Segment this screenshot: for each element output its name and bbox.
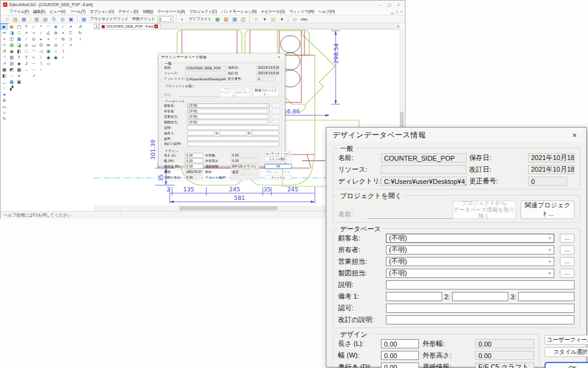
rhombus-tool[interactable]: ◇: [45, 61, 52, 67]
length-field[interactable]: 0.00: [381, 339, 419, 348]
user-fields-button[interactable]: ユーザーフィールド: [265, 151, 292, 156]
menu-item-12[interactable]: ウィンドウ(W): [289, 9, 314, 15]
dialog-titlebar[interactable]: デザインデータベース情報 ×: [158, 53, 284, 60]
scale-tool[interactable]: ∕: [59, 55, 67, 61]
project-name-field[interactable]: [368, 210, 453, 219]
leader-tool[interactable]: ↗: [67, 42, 74, 48]
horizontal-scroll-thumb[interactable]: [179, 206, 277, 210]
point2-tool[interactable]: ▫: [37, 67, 45, 73]
grid2-tool[interactable]: ▦: [15, 36, 23, 42]
owner-combo[interactable]: (不明)˅: [187, 109, 270, 113]
bridge-tool[interactable]: ▣: [45, 48, 52, 55]
note1-field[interactable]: [386, 292, 442, 301]
width-field[interactable]: 0.00: [381, 351, 419, 360]
minimize-button[interactable]: –: [376, 2, 384, 8]
close-icon[interactable]: ×: [276, 55, 282, 59]
label-tool[interactable]: T: [23, 24, 30, 30]
save-icon[interactable]: ▦: [20, 16, 28, 23]
null-tool[interactable]: ∅: [37, 42, 45, 48]
grid-icon[interactable]: ▦: [80, 16, 88, 23]
arc-tool[interactable]: ◠: [1, 55, 8, 61]
pattern-tool[interactable]: ▩: [15, 67, 23, 73]
wave-tool[interactable]: ≈: [1, 110, 8, 116]
nick-tool[interactable]: ◉: [45, 55, 52, 61]
refresh-icon[interactable]: ↻: [50, 16, 58, 23]
delete-tool[interactable]: ×: [1, 36, 8, 42]
target-tool[interactable]: ◉: [8, 48, 15, 55]
zoom-icon[interactable]: ◎: [59, 16, 66, 23]
mirror-line-tool[interactable]: ∖: [59, 48, 67, 55]
cancel-button[interactable]: キャンセル: [265, 175, 292, 180]
print-icon[interactable]: ▤: [42, 16, 49, 23]
menu-item-9[interactable]: プロジェクト(C): [189, 9, 217, 15]
resource-field[interactable]: [381, 165, 467, 174]
mdi-close-button[interactable]: ×: [401, 9, 402, 15]
cross-tool[interactable]: ×: [59, 30, 67, 36]
mesh-tool[interactable]: ▩: [8, 79, 15, 85]
zoom-out-tool[interactable]: ⊖: [52, 30, 59, 36]
measure-tool[interactable]: ∕: [59, 24, 67, 30]
revision-desc-field[interactable]: [386, 315, 575, 324]
diagonal-tool[interactable]: ▞: [8, 85, 15, 91]
angle2-tool[interactable]: ∠: [45, 30, 52, 36]
divide-tool[interactable]: ∕: [59, 42, 67, 48]
customer-browse-button[interactable]: ...: [272, 104, 279, 108]
preflight-icon[interactable]: ◐: [179, 16, 186, 23]
plot-icon[interactable]: ▥: [33, 16, 40, 23]
menu-item-5[interactable]: オプション(O): [90, 9, 114, 15]
node-tool[interactable]: ▫: [8, 73, 15, 79]
zoom-center-tool[interactable]: ⊙: [52, 42, 59, 48]
snap-tool[interactable]: *: [37, 24, 45, 30]
approval-field[interactable]: [187, 136, 279, 140]
mdi-minimize-button[interactable]: ▁: [391, 9, 393, 15]
undo-icon[interactable]: ↺: [77, 24, 84, 30]
round-rect-tool[interactable]: ▢: [15, 24, 23, 30]
note2-field[interactable]: [452, 292, 508, 301]
panel2-tool[interactable]: ▭: [30, 42, 37, 48]
line-tool[interactable]: ↗: [1, 61, 8, 67]
dimension-tool[interactable]: ↗: [67, 24, 74, 30]
designer-browse-button[interactable]: ...: [560, 269, 575, 278]
fillet-tool[interactable]: ◠: [45, 24, 52, 30]
description-field[interactable]: [187, 126, 279, 130]
style-select-button[interactable]: スタイル選択...: [265, 157, 292, 162]
mirror-tool[interactable]: ◧: [15, 48, 23, 55]
close-icon[interactable]: ×: [569, 131, 580, 140]
corner-tool[interactable]: ◩: [8, 67, 15, 73]
hatch-tool[interactable]: ▨: [8, 61, 15, 67]
menu-item-6[interactable]: デザイン(D): [118, 9, 138, 15]
copy-icon[interactable]: ◫: [239, 16, 247, 23]
exclude-tool[interactable]: ⊘: [1, 98, 8, 104]
related-project-button[interactable]: 関連プロジェクト...: [521, 201, 575, 219]
customer-combo[interactable]: (不明)˅: [386, 234, 554, 243]
text-tool[interactable]: T: [15, 55, 23, 61]
owner-browse-button[interactable]: ...: [560, 245, 575, 255]
menu-item-11[interactable]: ナビゲータ(G): [261, 9, 285, 15]
depth-field[interactable]: 0.00: [381, 362, 419, 368]
extend2-tool[interactable]: ∖: [37, 61, 45, 67]
offset-tool[interactable]: ≫: [45, 42, 52, 48]
width-field[interactable]: 0.00: [185, 159, 203, 163]
hook2-tool[interactable]: ⊃: [67, 36, 74, 42]
edit-tool[interactable]: ✎: [1, 116, 8, 122]
approval-field[interactable]: [386, 304, 575, 313]
rectangle-tool[interactable]: □: [15, 30, 23, 36]
perf-tool[interactable]: ≈: [30, 55, 37, 61]
note3-field[interactable]: [518, 292, 575, 301]
name-field[interactable]: COUNTER_SIDE_POP: [185, 66, 227, 70]
vector-tool[interactable]: ↗: [30, 73, 37, 79]
page-number-box[interactable]: 1: [94, 24, 99, 29]
menu-item-3[interactable]: ビュー(V): [50, 9, 66, 15]
remove-tool[interactable]: ×: [45, 36, 52, 42]
mdi-restore-button[interactable]: ▢: [396, 9, 399, 15]
folder-icon[interactable]: ▤: [270, 16, 277, 23]
tab-close-icon[interactable]: ×: [154, 25, 158, 28]
info-icon[interactable]: i: [77, 36, 84, 42]
flip-tool[interactable]: ◁: [37, 48, 45, 55]
columns-tool[interactable]: ▥: [8, 55, 15, 61]
depth-field[interactable]: 0.00: [185, 164, 203, 168]
circle-tool[interactable]: ⊙: [30, 36, 37, 42]
window-titlebar[interactable]: e Esko ArtiosCAD - [COUNTER_SIDE_POP - 8…: [1, 1, 405, 9]
menu-item-8[interactable]: データベース(A): [157, 9, 185, 15]
subtract-tool[interactable]: ⊖: [59, 36, 67, 42]
